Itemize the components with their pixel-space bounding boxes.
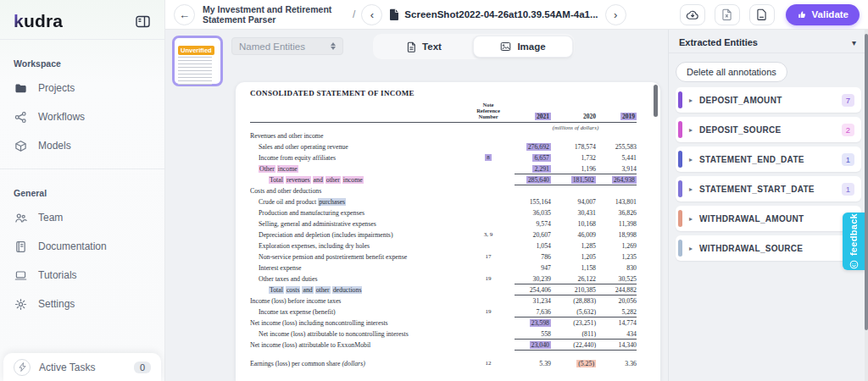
sidebar-item-workflows[interactable]: Workflows (0, 102, 164, 131)
page-thumbnail[interactable]: Unverified (172, 36, 223, 86)
annotation-highlight[interactable]: (5.25) (576, 360, 596, 367)
sidebar-item-tutorials[interactable]: Tutorials (0, 261, 164, 290)
download-button[interactable] (680, 4, 705, 25)
file-icon (389, 8, 399, 20)
annotation-highlight[interactable]: purchases (318, 198, 346, 206)
annotation-highlight[interactable]: 23,040 (530, 341, 551, 349)
cube-icon (14, 139, 27, 152)
extracted-entities-panel: Extracted Entities ▾ Delete all annotati… (668, 30, 868, 381)
annotation-highlight[interactable]: 2021 (535, 113, 551, 120)
feedback-label: feedback (849, 213, 859, 256)
expand-caret-icon[interactable]: ▸ (689, 97, 693, 104)
entity-item-withdrawal_source[interactable]: ▸WITHDRAWAL_SOURCE (676, 235, 861, 261)
entity-count-badge: 7 (842, 94, 854, 107)
annotation-highlight[interactable]: Other (259, 165, 275, 173)
document-scrollbar-thumb[interactable] (654, 85, 658, 117)
income-row: Revenues and other income (250, 130, 637, 141)
annotation-highlight[interactable]: Total (269, 286, 284, 294)
income-row: Net income (loss) attributable to noncon… (250, 329, 637, 340)
back-button[interactable]: ← (174, 4, 195, 25)
annotation-highlight[interactable]: costs (286, 286, 301, 294)
sidebar-item-team[interactable]: Team (0, 203, 164, 232)
sidebar-item-documentation[interactable]: Documentation (0, 232, 164, 261)
tab-image-view[interactable]: Image (473, 36, 573, 58)
annotation-highlight[interactable]: 285,640 (526, 176, 551, 184)
expand-caret-icon[interactable]: ▸ (689, 185, 693, 193)
sidebar-item-label: Settings (38, 298, 75, 310)
tab-text-view[interactable]: Text (375, 36, 473, 58)
document-viewer: CONSOLIDATED STATEMENT OF INCOME NoteRef… (236, 82, 660, 381)
gear-icon (14, 297, 27, 311)
export-excel-button[interactable] (715, 4, 740, 25)
annotation-highlight[interactable]: other (315, 286, 331, 294)
income-row: Crude oil and product purchases155,16494… (250, 196, 637, 207)
income-row: Earnings (loss) per common share (dollar… (250, 358, 637, 369)
chevron-down-icon[interactable]: ▾ (852, 38, 856, 47)
sidebar-item-label: Models (38, 140, 71, 152)
expand-caret-icon[interactable]: ▸ (689, 126, 693, 134)
entity-item-deposit_amount[interactable]: ▸DEPOSIT_AMOUNT7 (676, 87, 861, 113)
sidebar-collapse-button[interactable] (134, 14, 151, 29)
image-icon (500, 41, 511, 52)
annotation-highlight[interactable]: 276,692 (526, 143, 551, 151)
active-tasks[interactable]: Active Tasks 0 (3, 353, 161, 381)
back-arrow-icon: ← (179, 8, 190, 21)
income-table: NoteReferenceNumber202120202019(millions… (250, 102, 637, 369)
annotation-highlight[interactable]: income (342, 176, 364, 184)
entity-item-withdrawal_amount[interactable]: ▸WITHDRAWAL_AMOUNT (676, 206, 861, 231)
entity-count-badge: 2 (842, 124, 854, 136)
expand-caret-icon[interactable]: ▸ (689, 215, 693, 223)
annotation-highlight[interactable]: 23,598 (530, 319, 551, 327)
prev-document-button[interactable]: ‹ (361, 4, 382, 25)
page-scrollbar-thumb[interactable] (865, 34, 868, 330)
annotation-highlight[interactable]: 2019 (620, 113, 637, 120)
annotation-mode-select[interactable]: Named Entities (231, 37, 343, 55)
entity-label: STATEMENT_START_DATE (699, 185, 815, 194)
entity-label: DEPOSIT_AMOUNT (699, 96, 782, 105)
delete-all-annotations-button[interactable]: Delete all annotations (676, 62, 787, 82)
units-label: (millions of dollars) (515, 124, 637, 130)
income-row: Other taxes and duties1930,23926,12230,5… (250, 273, 637, 284)
sidebar-item-projects[interactable]: Projects (0, 74, 164, 102)
validate-button[interactable]: Validate (786, 4, 860, 25)
cloud-download-icon (686, 9, 699, 20)
workflow-icon (14, 110, 27, 124)
income-row: Production and manufacturing expenses36,… (250, 207, 637, 218)
income-row: Selling, general and administrative expe… (250, 218, 637, 229)
expand-caret-icon[interactable]: ▸ (689, 156, 693, 163)
annotation-highlight[interactable]: income (277, 165, 298, 173)
active-tasks-label: Active Tasks (39, 362, 95, 373)
income-row: Income (loss) before income taxes31,234(… (250, 295, 637, 306)
income-row: Non-service pension and postretirement b… (250, 251, 637, 262)
validate-label: Validate (812, 9, 849, 19)
sidebar-item-label: Projects (38, 82, 75, 94)
entity-label: STATEMENT_END_DATE (699, 155, 804, 164)
annotation-highlight[interactable]: revenues (286, 176, 311, 184)
annotation-highlight[interactable]: and (313, 176, 324, 184)
annotation-highlight[interactable]: deductions (332, 286, 363, 294)
chevron-right-icon: › (614, 8, 617, 21)
thumbnail-preview-lines (178, 57, 212, 86)
annotation-highlight[interactable]: 8 (485, 154, 492, 161)
annotation-highlight[interactable]: 2,291 (532, 165, 551, 173)
entity-item-statement_start_date[interactable]: ▸STATEMENT_START_DATE1 (676, 176, 861, 202)
sidebar-item-settings[interactable]: Settings (0, 290, 164, 318)
lightning-icon (14, 359, 31, 376)
feedback-tab[interactable]: feedback (843, 213, 865, 270)
expand-caret-icon[interactable]: ▸ (689, 245, 693, 252)
annotation-highlight[interactable]: Total (269, 176, 284, 184)
sidebar-toggle-icon (136, 15, 150, 28)
entity-item-deposit_source[interactable]: ▸DEPOSIT_SOURCE2 (676, 117, 861, 142)
annotation-highlight[interactable]: and (302, 286, 313, 294)
entity-item-statement_end_date[interactable]: ▸STATEMENT_END_DATE1 (676, 146, 861, 172)
annotation-highlight[interactable]: 6,657 (532, 154, 551, 162)
file-x-icon (722, 8, 732, 20)
annotation-highlight[interactable]: 181,502 (571, 176, 596, 184)
sidebar-item-models[interactable]: Models (0, 131, 164, 160)
entity-label: WITHDRAWAL_SOURCE (699, 244, 803, 253)
next-document-button[interactable]: › (605, 4, 626, 25)
documentation-icon (14, 240, 27, 253)
annotation-highlight[interactable]: 264,938 (612, 176, 637, 184)
annotation-highlight[interactable]: other (326, 176, 341, 184)
export-document-button[interactable] (749, 4, 775, 25)
